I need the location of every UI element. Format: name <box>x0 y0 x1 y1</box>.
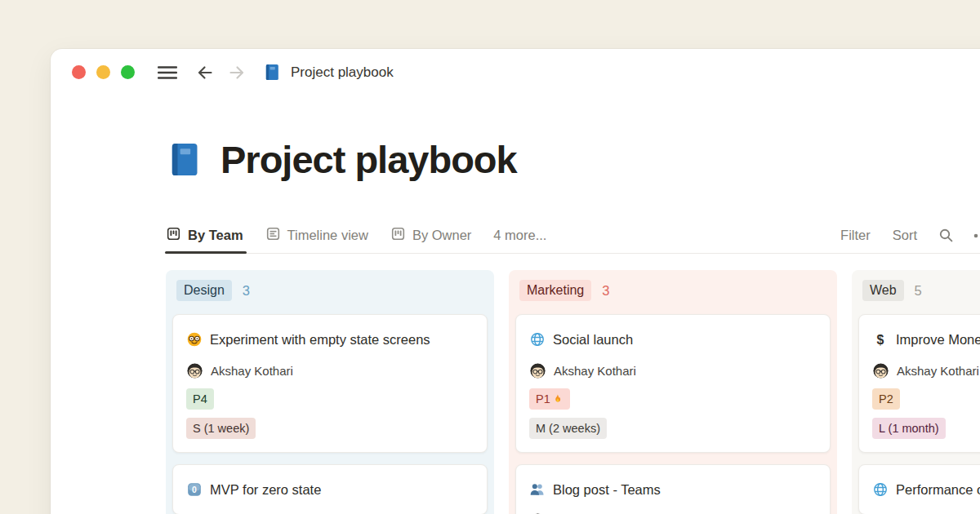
tab-label: Timeline view <box>287 228 368 243</box>
board-card[interactable]: 0MVP for zero state <box>172 464 488 514</box>
card-owner: Akshay Kothari <box>529 361 817 380</box>
card-title-text: Performance optimization <box>896 482 980 497</box>
card-title-text: Blog post - Teams <box>553 482 661 497</box>
sort-button[interactable]: Sort <box>893 228 917 243</box>
tab-label: 4 more... <box>493 228 546 243</box>
tab-label: By Owner <box>412 228 471 243</box>
avatar <box>872 362 889 379</box>
card-title-text: Improve Monetization <box>896 332 980 347</box>
sidebar-menu-icon[interactable] <box>157 64 178 81</box>
column-cards: Social launchAkshay KothariP1M (2 weeks)… <box>515 314 831 514</box>
page-book-icon <box>263 63 282 82</box>
minimize-window-button[interactable] <box>96 65 110 79</box>
board-view-icon <box>390 226 406 245</box>
column-card-count: 5 <box>915 283 922 299</box>
forward-arrow-icon[interactable] <box>227 63 247 82</box>
avatar <box>529 362 546 379</box>
board-card[interactable]: Blog post - TeamsEva Zhang <box>515 464 831 514</box>
card-title-text: Social launch <box>553 332 633 347</box>
owner-name: Akshay Kothari <box>554 364 636 378</box>
board-column-design: Design3Experiment with empty state scree… <box>166 270 494 514</box>
owner-name: Akshay Kothari <box>211 364 293 378</box>
more-options-icon[interactable] <box>973 227 980 244</box>
tab-by-team[interactable]: By Team <box>166 218 243 253</box>
board-card[interactable]: Performance optimization <box>858 464 980 514</box>
card-tag-row: M (2 weeks) <box>529 418 817 439</box>
column-name-badge[interactable]: Marketing <box>519 280 591 301</box>
tab-label: By Team <box>188 228 243 243</box>
card-title: $Improve Monetization <box>872 328 980 351</box>
card-owner: Akshay Kothari <box>872 361 980 380</box>
board-column-marketing: Marketing3Social launchAkshay KothariP1M… <box>509 270 837 514</box>
column-cards: Experiment with empty state screensAksha… <box>172 314 488 514</box>
card-title: Social launch <box>529 328 817 351</box>
kanban-board: Design3Experiment with empty state scree… <box>166 270 980 514</box>
column-card-count: 3 <box>602 283 609 299</box>
card-tag-row: S (1 week) <box>186 418 474 439</box>
column-cards: $Improve MonetizationAkshay KothariP2L (… <box>858 314 980 514</box>
board-card[interactable]: Experiment with empty state screensAksha… <box>172 314 488 453</box>
avatar <box>186 362 203 379</box>
zoom-window-button[interactable] <box>121 65 135 79</box>
column-header: Marketing3 <box>515 280 831 301</box>
card-owner: Akshay Kothari <box>186 361 474 380</box>
view-tabs-bar: By Team Timeline view By Owner 4 more...… <box>166 218 980 254</box>
board-card[interactable]: Social launchAkshay KothariP1M (2 weeks) <box>515 314 831 453</box>
page-content: Project playbook By Team Timeline view B… <box>166 136 980 514</box>
card-title-text: Experiment with empty state screens <box>210 332 430 347</box>
card-tag-row: L (1 month) <box>872 418 980 439</box>
column-name-badge[interactable]: Design <box>176 280 232 301</box>
busts-icon <box>529 481 546 498</box>
tag-p1[interactable]: P1 <box>529 388 570 410</box>
globe-icon <box>872 481 889 498</box>
tab-by-owner[interactable]: By Owner <box>390 218 471 253</box>
card-tag-row: P1 <box>529 388 817 410</box>
nerd-face-icon <box>186 331 203 348</box>
timeline-view-icon <box>265 226 281 245</box>
page-header: Project playbook <box>166 136 980 182</box>
card-title: Blog post - Teams <box>529 478 817 501</box>
card-tag-row: P4 <box>186 388 474 410</box>
column-card-count: 3 <box>243 283 250 299</box>
tag-l-1-month-[interactable]: L (1 month) <box>872 418 946 439</box>
filter-button[interactable]: Filter <box>840 228 871 243</box>
tag-m-2-weeks-[interactable]: M (2 weeks) <box>529 418 607 439</box>
column-header: Web5 <box>858 280 980 301</box>
card-title: Performance optimization <box>872 478 980 501</box>
tag-p4[interactable]: P4 <box>186 388 214 410</box>
keycap-zero-icon: 0 <box>186 481 203 498</box>
traffic-lights <box>72 65 135 79</box>
fire-icon <box>551 393 564 405</box>
column-name-badge[interactable]: Web <box>862 280 904 301</box>
tab-more-views[interactable]: 4 more... <box>493 218 546 253</box>
close-window-button[interactable] <box>72 65 86 79</box>
view-controls: Filter Sort <box>840 227 980 244</box>
tab-timeline-view[interactable]: Timeline view <box>265 218 368 253</box>
board-view-icon <box>166 226 181 245</box>
dollar-icon: $ <box>872 331 889 348</box>
tag-p2[interactable]: P2 <box>872 388 900 410</box>
card-title: 0MVP for zero state <box>186 478 474 501</box>
window-title[interactable]: Project playbook <box>291 64 394 81</box>
globe-icon <box>529 331 546 348</box>
card-title: Experiment with empty state screens <box>186 328 474 351</box>
tag-s-1-week-[interactable]: S (1 week) <box>186 418 256 439</box>
search-icon[interactable] <box>938 227 955 244</box>
card-title-text: MVP for zero state <box>210 482 321 497</box>
card-owner: Eva Zhang <box>529 511 817 514</box>
page-title[interactable]: Project playbook <box>220 137 517 182</box>
card-tag-row: P2 <box>872 388 980 410</box>
svg-text:$: $ <box>877 333 884 347</box>
board-column-web: Web5$Improve MonetizationAkshay KothariP… <box>852 270 980 514</box>
window-chrome: Project playbook <box>51 49 980 79</box>
column-header: Design3 <box>172 280 488 301</box>
svg-text:0: 0 <box>192 485 197 494</box>
owner-name: Akshay Kothari <box>897 364 979 378</box>
page-title-book-icon[interactable] <box>166 140 204 179</box>
app-window: Project playbook Project playbook By Tea… <box>51 49 980 514</box>
back-arrow-icon[interactable] <box>195 63 215 82</box>
board-card[interactable]: $Improve MonetizationAkshay KothariP2L (… <box>858 314 980 453</box>
